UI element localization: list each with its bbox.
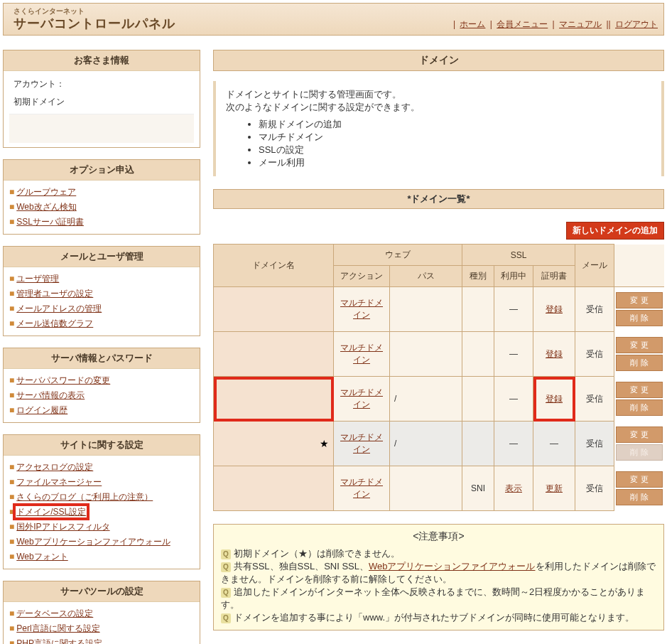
- intro-line2: 次のようなドメインに関する設定ができます。: [226, 101, 651, 114]
- intro-list: 新規ドメインの追加マルチドメインSSLの設定メール利用: [259, 118, 651, 169]
- panel-server-body: ■サーバパスワードの変更■サーバ情報の表示■ログイン履歴: [4, 369, 200, 422]
- row-actions: 変 更削 除: [614, 332, 665, 377]
- panel-tool-link-2[interactable]: PHP言語に関する設定: [16, 638, 102, 644]
- panel-server-link-2[interactable]: ログイン履歴: [16, 405, 67, 415]
- ssl-cert-link[interactable]: 更新: [546, 483, 563, 493]
- add-domain-button[interactable]: 新しいドメインの追加: [566, 222, 664, 240]
- bullet-icon: ■: [9, 390, 14, 400]
- panel-server-link-0[interactable]: サーバパスワードの変更: [16, 375, 110, 385]
- ssl-inuse-cell: —: [494, 422, 533, 466]
- domain-table: ドメイン名 ウェブ SSL メール アクション パス 種別 利用中 証明書 マル…: [213, 244, 664, 511]
- th-domain: ドメイン名: [214, 245, 334, 287]
- panel-tool-link-1[interactable]: Perl言語に関する設定: [16, 623, 99, 633]
- panel-option-link-2[interactable]: SSLサーバ証明書: [16, 217, 84, 227]
- nav-home[interactable]: ホーム: [460, 19, 485, 29]
- panel-mail-link-1[interactable]: 管理者ユーザの設定: [16, 289, 93, 299]
- bullet-icon: ■: [9, 304, 14, 313]
- change-button[interactable]: 変 更: [616, 471, 663, 488]
- nav-manual[interactable]: マニュアル: [559, 19, 602, 29]
- ssl-type-cell: [462, 332, 494, 377]
- panel-site-link-5[interactable]: Webアプリケーションファイアウォール: [16, 537, 170, 547]
- th-inuse: 利用中: [494, 266, 533, 287]
- intro-item-2: SSLの設定: [259, 144, 651, 156]
- table-row: マルチドメイン/—登録受信変 更削 除: [214, 377, 665, 422]
- ssl-cert-cell: 登録: [533, 287, 575, 332]
- change-button[interactable]: 変 更: [616, 337, 663, 353]
- multidomain-link[interactable]: マルチドメイン: [340, 343, 383, 365]
- panel-site-link-6[interactable]: Webフォント: [16, 552, 67, 562]
- notice-box: <注意事項> Q初期ドメイン（★）は削除できません。 Q共有SSL、独自SSL、…: [213, 524, 664, 630]
- change-button[interactable]: 変 更: [616, 292, 663, 308]
- row-actions: 変 更削 除: [614, 466, 665, 511]
- panel-mail-link-3[interactable]: メール送信数グラフ: [16, 318, 93, 328]
- panel-server-link-1[interactable]: サーバ情報の表示: [16, 390, 85, 400]
- delete-button[interactable]: 削 除: [616, 489, 663, 505]
- bullet-icon: ■: [9, 202, 14, 212]
- bullet-icon: ■: [9, 623, 14, 633]
- panel-tool: サーバツールの設定■データベースの設定■Perl言語に関する設定■PHP言語に関…: [3, 581, 200, 644]
- action-cell: マルチドメイン: [334, 466, 390, 511]
- notice-4: ドメインを追加する事により「www.」が付与されたサブドメインが同時に使用可能と…: [234, 612, 634, 623]
- panel-site-title: サイトに関する設定: [4, 435, 200, 456]
- ssl-inuse-link[interactable]: 表示: [505, 483, 522, 493]
- delete-button[interactable]: 削 除: [616, 355, 663, 371]
- panel-mail-link-0[interactable]: ユーザ管理: [16, 274, 59, 284]
- panel-site-link-1[interactable]: ファイルマネージャー: [16, 477, 102, 487]
- ssl-cert-cell: 登録: [533, 377, 575, 422]
- path-cell: [390, 332, 462, 377]
- domain-name-cell: [214, 332, 334, 377]
- ssl-cert-link[interactable]: 登録: [546, 394, 563, 404]
- bullet-icon: ■: [9, 289, 14, 299]
- delete-button[interactable]: 削 除: [616, 310, 663, 326]
- table-row: マルチドメイン—登録受信変 更削 除: [214, 332, 665, 377]
- notice-2-link[interactable]: Webアプリケーションファイアウォール: [369, 561, 536, 571]
- panel-customer-body: アカウント： 初期ドメイン: [4, 71, 200, 147]
- panel-site-link-3[interactable]: ドメイン/SSL設定: [16, 507, 86, 517]
- panel-tool-body: ■データベースの設定■Perl言語に関する設定■PHP言語に関する設定■クイック…: [4, 602, 200, 644]
- delete-button[interactable]: 削 除: [616, 399, 663, 416]
- mail-cell: 受信: [575, 377, 614, 422]
- page-title: ドメイン: [213, 50, 664, 71]
- ssl-cert-cell: 更新: [533, 466, 575, 511]
- customer-blank: [9, 114, 194, 143]
- th-cert: 証明書: [533, 266, 575, 287]
- panel-site-link-4[interactable]: 国外IPアドレスフィルタ: [16, 522, 109, 532]
- bullet-icon: ■: [9, 638, 14, 644]
- panel-option-link-1[interactable]: Web改ざん検知: [16, 202, 76, 212]
- initdomain-label: 初期ドメイン: [13, 97, 65, 107]
- change-button[interactable]: 変 更: [616, 382, 663, 398]
- ssl-type-cell: SNI: [462, 466, 494, 511]
- th-type: 種別: [462, 266, 494, 287]
- multidomain-link[interactable]: マルチドメイン: [340, 432, 383, 454]
- ssl-inuse-cell: —: [494, 377, 533, 422]
- multidomain-link[interactable]: マルチドメイン: [340, 298, 383, 320]
- info-icon: Q: [221, 549, 231, 559]
- intro-item-0: 新規ドメインの追加: [259, 118, 651, 131]
- row-actions: 変 更削 除: [614, 287, 665, 332]
- ssl-cert-link[interactable]: 登録: [546, 304, 563, 314]
- bullet-icon: ■: [9, 522, 14, 532]
- multidomain-link[interactable]: マルチドメイン: [340, 387, 383, 409]
- panel-option-title: オプション申込: [4, 160, 200, 181]
- multidomain-link[interactable]: マルチドメイン: [340, 477, 383, 499]
- th-web: ウェブ: [334, 245, 462, 266]
- domain-name-cell: [214, 377, 334, 422]
- panel-option-link-0[interactable]: グループウェア: [16, 187, 76, 197]
- panel-site-link-2[interactable]: さくらのブログ（ご利用上の注意）: [16, 492, 153, 502]
- info-icon: Q: [221, 562, 231, 572]
- panel-tool-link-0[interactable]: データベースの設定: [16, 608, 93, 618]
- action-cell: マルチドメイン: [334, 377, 390, 422]
- change-button[interactable]: 変 更: [616, 426, 663, 443]
- account-label: アカウント：: [13, 79, 65, 89]
- action-cell: マルチドメイン: [334, 422, 390, 466]
- panel-site-link-0[interactable]: アクセスログの設定: [16, 462, 93, 472]
- nav-logout[interactable]: ログアウト: [615, 19, 658, 29]
- nav-member[interactable]: 会員メニュー: [497, 19, 548, 29]
- th-mail: メール: [575, 245, 614, 287]
- panel-mail-link-2[interactable]: メールアドレスの管理: [16, 304, 102, 313]
- bullet-icon: ■: [9, 274, 14, 284]
- bullet-icon: ■: [9, 405, 14, 415]
- bullet-icon: ■: [9, 462, 14, 472]
- ssl-cert-link[interactable]: 登録: [546, 349, 563, 359]
- table-row: ★マルチドメイン/——受信変 更削 除: [214, 422, 665, 466]
